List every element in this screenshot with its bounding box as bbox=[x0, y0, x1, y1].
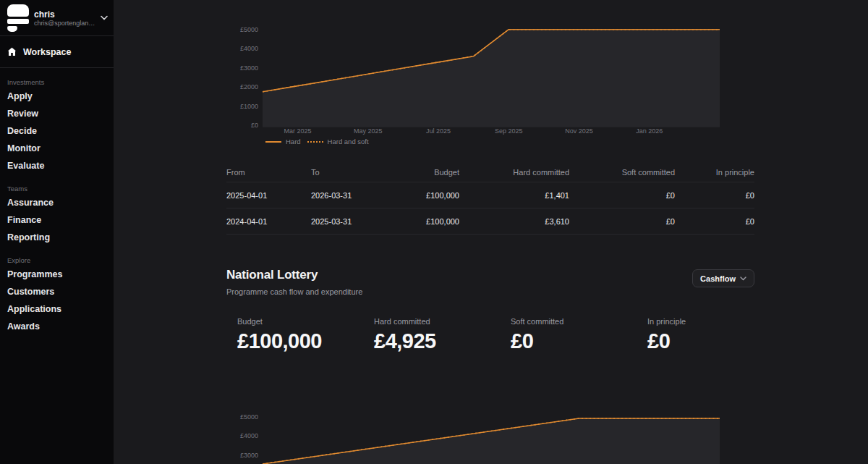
svg-text:Nov 2025: Nov 2025 bbox=[565, 127, 593, 135]
stat-value: £0 bbox=[647, 329, 784, 353]
stat-value: £0 bbox=[511, 329, 647, 353]
commitments-table: From To Budget Hard committed Soft commi… bbox=[226, 162, 754, 235]
dotted-line-swatch bbox=[307, 141, 323, 143]
stat-label: Budget bbox=[237, 317, 374, 326]
table-header-row: From To Budget Hard committed Soft commi… bbox=[226, 162, 754, 182]
stat-soft-committed: Soft committed £0 bbox=[511, 317, 647, 353]
org-logo bbox=[7, 4, 29, 32]
page-title: National Lottery bbox=[226, 268, 754, 282]
solid-line-swatch bbox=[265, 141, 281, 143]
sidebar-item-programmes[interactable]: Programmes bbox=[0, 266, 114, 283]
svg-text:£4000: £4000 bbox=[240, 45, 258, 52]
cell-soft: £0 bbox=[569, 191, 675, 200]
cell-from: 2024-04-01 bbox=[226, 217, 311, 226]
svg-text:May 2025: May 2025 bbox=[354, 127, 383, 135]
svg-text:£0: £0 bbox=[251, 122, 258, 129]
sidebar-item-apply[interactable]: Apply bbox=[0, 88, 114, 105]
stat-label: Hard committed bbox=[374, 317, 511, 326]
cell-budget: £100,000 bbox=[394, 217, 459, 226]
svg-text:£5000: £5000 bbox=[240, 413, 258, 421]
sidebar-item-assurance[interactable]: Assurance bbox=[0, 194, 114, 211]
sidebar-item-monitor[interactable]: Monitor bbox=[0, 140, 114, 157]
stats-row: Budget £100,000 Hard committed £4,925 So… bbox=[226, 317, 784, 353]
legend-entry-hard-and-soft: Hard and soft bbox=[307, 138, 369, 145]
legend-label: Hard bbox=[286, 138, 301, 145]
legend-label: Hard and soft bbox=[328, 138, 369, 145]
svg-text:£3000: £3000 bbox=[240, 452, 258, 459]
col-header-hard-committed: Hard committed bbox=[459, 168, 569, 177]
svg-text:Mar 2025: Mar 2025 bbox=[284, 127, 312, 135]
cell-hard: £3,610 bbox=[459, 217, 569, 226]
sidebar-item-reporting[interactable]: Reporting bbox=[0, 229, 114, 246]
table-row: 2024-04-01 2025-03-31 £100,000 £3,610 £0… bbox=[226, 208, 754, 235]
svg-text:£2000: £2000 bbox=[240, 83, 258, 90]
sidebar-item-review[interactable]: Review bbox=[0, 105, 114, 122]
cell-in-principle: £0 bbox=[675, 217, 754, 226]
stat-budget: Budget £100,000 bbox=[237, 317, 374, 353]
sidebar-item-evaluate[interactable]: Evaluate bbox=[0, 157, 114, 174]
sidebar-section-explore: Explore bbox=[0, 246, 114, 266]
stat-label: In principle bbox=[647, 317, 784, 326]
col-header-from: From bbox=[226, 168, 311, 177]
sidebar-item-applications[interactable]: Applications bbox=[0, 300, 114, 318]
sidebar-item-customers[interactable]: Customers bbox=[0, 283, 114, 300]
stat-hard-committed: Hard committed £4,925 bbox=[374, 317, 511, 353]
stat-label: Soft committed bbox=[511, 317, 647, 326]
table-row: 2025-04-01 2026-03-31 £100,000 £1,401 £0… bbox=[226, 182, 754, 208]
page-subtitle: Programme cash flow and expenditure bbox=[226, 287, 754, 296]
stat-in-principle: In principle £0 bbox=[647, 317, 784, 353]
col-header-in-principle: In principle bbox=[675, 168, 754, 177]
sidebar-item-awards[interactable]: Awards bbox=[0, 318, 114, 335]
cell-budget: £100,000 bbox=[394, 191, 459, 200]
chart-legend: Hard Hard and soft bbox=[265, 138, 369, 145]
cell-hard: £1,401 bbox=[459, 191, 569, 200]
svg-text:£3000: £3000 bbox=[240, 64, 258, 72]
sidebar: chris chris@sportenglan… Workspace Inves… bbox=[0, 0, 114, 464]
cell-from: 2025-04-01 bbox=[226, 191, 311, 200]
svg-text:Jan 2026: Jan 2026 bbox=[636, 127, 663, 135]
svg-text:£1000: £1000 bbox=[240, 103, 258, 110]
legend-entry-hard: Hard bbox=[265, 138, 301, 145]
sidebar-section-teams: Teams bbox=[0, 174, 114, 194]
stat-value: £4,925 bbox=[374, 329, 511, 353]
cell-in-principle: £0 bbox=[675, 191, 754, 200]
cashflow-view-select[interactable]: Cashflow bbox=[692, 269, 754, 287]
cashflow-chart-top: £0£1000£2000£3000£4000£5000Mar 2025May 2… bbox=[226, 0, 754, 148]
workspace-label: Workspace bbox=[23, 47, 71, 57]
svg-text:£5000: £5000 bbox=[240, 26, 258, 33]
chevron-down-icon bbox=[101, 15, 108, 20]
chevron-down-icon bbox=[740, 277, 746, 281]
svg-text:Jul 2025: Jul 2025 bbox=[426, 127, 451, 135]
view-select-label: Cashflow bbox=[700, 274, 736, 283]
svg-text:Sep 2025: Sep 2025 bbox=[495, 127, 523, 135]
main-content: £0£1000£2000£3000£4000£5000Mar 2025May 2… bbox=[114, 0, 868, 464]
cell-soft: £0 bbox=[569, 217, 675, 226]
col-header-soft-committed: Soft committed bbox=[569, 168, 675, 177]
user-email: chris@sportenglan… bbox=[34, 20, 96, 27]
cell-to: 2026-03-31 bbox=[311, 191, 394, 200]
sidebar-item-workspace[interactable]: Workspace bbox=[0, 36, 114, 67]
sidebar-item-decide[interactable]: Decide bbox=[0, 122, 114, 140]
user-name: chris bbox=[34, 9, 101, 20]
stat-value: £100,000 bbox=[237, 329, 374, 353]
sidebar-section-investments: Investments bbox=[0, 68, 114, 88]
account-switcher[interactable]: chris chris@sportenglan… bbox=[0, 0, 114, 35]
svg-text:£4000: £4000 bbox=[240, 432, 258, 439]
col-header-to: To bbox=[311, 168, 394, 177]
col-header-budget: Budget bbox=[394, 168, 459, 177]
programme-section-header: National Lottery Programme cash flow and… bbox=[226, 268, 754, 296]
home-icon bbox=[7, 47, 17, 56]
cell-to: 2025-03-31 bbox=[311, 217, 394, 226]
cashflow-chart-bottom: £0£1000£2000£3000£4000£5000Mar 2025May 2… bbox=[226, 387, 754, 464]
sidebar-item-finance[interactable]: Finance bbox=[0, 211, 114, 229]
